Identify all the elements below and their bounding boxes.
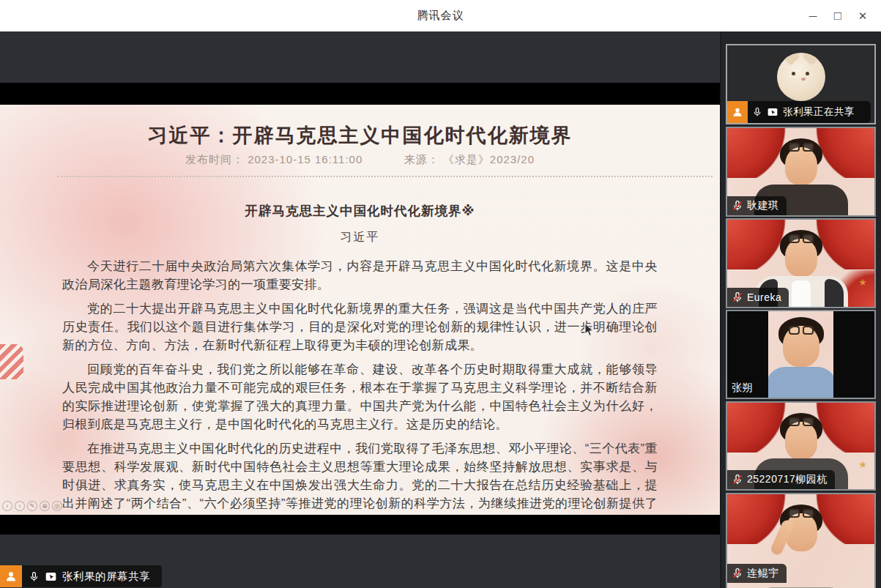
cat-avatar	[777, 53, 825, 101]
mic-muted-icon	[732, 200, 743, 212]
cat-eye	[806, 72, 809, 75]
participant-nameplate: 张利果正在共享	[727, 101, 871, 123]
add-icon: ⊕	[40, 501, 50, 511]
participant-name: 张朔	[732, 382, 753, 395]
participants-sidebar: 张利果正在共享 耿建琪	[720, 31, 881, 588]
mouse-cursor	[584, 323, 594, 337]
paragraph: 今天进行二十届中央政治局第六次集体学习，内容是开辟马克思主义中国化时代化新境界。…	[62, 257, 658, 294]
cat-eye	[792, 72, 795, 75]
app-window: 腾讯会议 ─ □ ✕ 习近平：开辟马克思主义中国化时代化新境界 发布时间： 20…	[0, 0, 881, 588]
glasses	[789, 417, 814, 426]
article: 习近平：开辟马克思主义中国化时代化新境界 发布时间： 2023-10-15 16…	[0, 105, 720, 515]
source-label: 来源：	[404, 153, 439, 165]
minimize-button[interactable]: ─	[800, 4, 825, 29]
glasses	[789, 143, 814, 152]
glasses	[789, 509, 814, 518]
dotted-divider	[57, 176, 713, 177]
article-heading: 开辟马克思主义中国化时代化新境界※	[0, 202, 720, 220]
mic-icon	[29, 570, 40, 583]
mic-muted-icon	[732, 567, 743, 579]
participant-tile-zhangshuo[interactable]: 张朔	[726, 310, 876, 399]
participant-tile-zhangliguo[interactable]: 张利果正在共享	[726, 44, 876, 124]
participant-tile-eureka[interactable]: ★ Eureka	[726, 218, 876, 308]
window-controls: ─ □ ✕	[800, 0, 875, 31]
participant-name: 耿建琪	[747, 199, 779, 212]
participant-nameplate: 耿建琪	[727, 196, 787, 215]
screen-share-banner: 张利果的屏幕共享	[0, 565, 162, 587]
app-title: 腾讯会议	[417, 9, 464, 23]
close-button[interactable]: ✕	[850, 4, 875, 29]
edit-icon: ✎	[27, 501, 37, 511]
forward-icon: ›	[15, 501, 25, 511]
mic-icon	[752, 106, 762, 118]
mic-muted-icon	[732, 291, 743, 303]
title-bar: 腾讯会议 ─ □ ✕	[0, 0, 881, 31]
back-icon: ‹	[2, 501, 12, 511]
cat-nose	[801, 78, 806, 81]
mic-muted-icon	[732, 474, 743, 485]
shared-document: 习近平：开辟马克思主义中国化时代化新境界 发布时间： 2023-10-15 16…	[0, 105, 720, 515]
glasses	[789, 234, 814, 243]
participant-name: 25220717柳园杭	[747, 473, 828, 486]
letterbox-top	[0, 83, 720, 105]
record-icon: ◎	[52, 501, 62, 511]
participant-tile-liuyuanhang[interactable]: ★ 25220717柳园杭	[726, 401, 876, 491]
pillarbox	[833, 311, 874, 398]
share-banner-text: 张利果的屏幕共享	[62, 570, 150, 584]
cat-ear	[802, 53, 820, 66]
participant-nameplate: Eureka	[727, 288, 789, 307]
participant-nameplate: 连鲲宇	[727, 564, 787, 583]
article-page-title: 习近平：开辟马克思主义中国化时代化新境界	[29, 122, 691, 149]
reader-ghost-toolbar: ‹ › ✎ ⊕ ◎	[2, 501, 62, 511]
participant-tile-gengjianqi[interactable]: 耿建琪	[726, 127, 876, 217]
participant-name: 连鲲宇	[747, 567, 779, 580]
publish-time-value: 2023-10-15 16:11:00	[248, 153, 363, 165]
host-icon	[0, 565, 22, 587]
article-body: 今天进行二十届中央政治局第六次集体学习，内容是开辟马克思主义中国化时代化新境界。…	[0, 257, 720, 515]
screen-share-icon	[767, 107, 778, 117]
maximize-button[interactable]: □	[825, 4, 850, 29]
participant-nameplate: 张朔	[727, 379, 760, 398]
participant-name: Eureka	[747, 291, 781, 303]
sidebar-divider	[720, 31, 721, 588]
paragraph: 在推进马克思主义中国化时代化的历史进程中，我们党取得了毛泽东思想、邓小平理论、“…	[62, 439, 658, 515]
paragraph: 回顾党的百年奋斗史，我们党之所以能够在革命、建设、改革各个历史时期取得重大成就，…	[62, 360, 658, 433]
share-banner-label: 张利果的屏幕共享	[22, 565, 162, 587]
article-meta: 发布时间： 2023-10-15 16:11:00 来源： 《求是》2023/2…	[0, 153, 720, 167]
paragraph: 党的二十大提出开辟马克思主义中国化时代化新境界的重大任务，强调这是当代中国共产党…	[62, 299, 658, 354]
participant-tile-liankunyu[interactable]: 连鲲宇	[726, 493, 876, 588]
shared-screen-stage: 习近平：开辟马克思主义中国化时代化新境界 发布时间： 2023-10-15 16…	[0, 31, 720, 588]
source-value: 《求是》2023/20	[443, 153, 535, 165]
letterbox-bottom	[0, 515, 720, 535]
cat-ear	[781, 53, 800, 66]
article-author: 习近平	[0, 230, 720, 245]
host-icon	[727, 101, 748, 123]
participant-nameplate: 25220717柳园杭	[727, 470, 835, 489]
publish-time-label: 发布时间：	[185, 153, 244, 165]
screen-share-icon	[45, 571, 57, 582]
glasses	[789, 326, 814, 335]
participant-name: 张利果正在共享	[783, 105, 860, 119]
